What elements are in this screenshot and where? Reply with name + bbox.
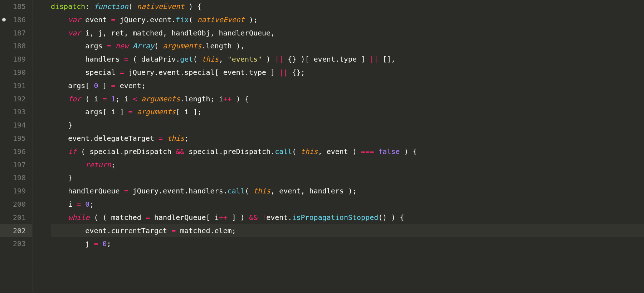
line-number[interactable]: 201	[0, 211, 32, 224]
token-p: ] )	[228, 213, 249, 222]
token-num: 0	[103, 239, 107, 248]
code-line[interactable]: }	[51, 119, 644, 132]
code-line[interactable]: event.currentTarget = matched.elem;	[51, 224, 644, 237]
token-kw2: =	[77, 200, 81, 208]
line-number[interactable]: 188	[0, 39, 32, 53]
token-p: ;	[184, 134, 189, 143]
token-p: ]	[98, 81, 111, 90]
token-kw2: ||	[279, 68, 288, 77]
code-line[interactable]: j = 0;	[51, 237, 644, 250]
token-p: (	[245, 187, 253, 195]
line-number[interactable]: 186	[0, 13, 32, 27]
token-kw2: ||	[275, 55, 283, 63]
line-number[interactable]: 202	[0, 224, 32, 237]
token-p: [ i ];	[176, 107, 201, 116]
line-number[interactable]: 196	[0, 145, 32, 158]
line-number[interactable]: 194	[0, 119, 32, 132]
code-line[interactable]: args = new Array( arguments.length ),	[51, 39, 644, 53]
code-line[interactable]: for ( i = 1; i < arguments.length; i++ )…	[51, 92, 644, 106]
token-p	[163, 134, 167, 143]
code-line[interactable]: handlerQueue = jQuery.event.handlers.cal…	[51, 184, 644, 198]
code-line[interactable]: }	[51, 171, 644, 184]
line-number[interactable]: 192	[0, 92, 32, 106]
code-line[interactable]: args[ i ] = arguments[ i ];	[51, 105, 644, 119]
line-number[interactable]: 203	[0, 237, 32, 250]
line-number[interactable]: 190	[0, 66, 32, 79]
code-editor[interactable]: 1851861871881891901911921931941951961971…	[0, 0, 644, 293]
token-param: this	[253, 187, 270, 195]
code-area[interactable]: dispatch: function( nativeEvent ) { var …	[40, 0, 644, 293]
token-kw2: =	[128, 107, 133, 116]
line-number[interactable]: 193	[0, 105, 32, 119]
code-line[interactable]: var event = jQuery.event.fix( nativeEven…	[51, 13, 644, 27]
token-str: "events"	[228, 55, 262, 63]
token-p: ) {	[400, 147, 417, 156]
code-line[interactable]: while ( ( matched = handlerQueue[ i++ ] …	[51, 211, 644, 224]
code-line[interactable]: var i, j, ret, matched, handleObj, handl…	[51, 27, 644, 40]
token-p: jQuery.event.handlers.	[128, 187, 228, 195]
token-p	[133, 107, 137, 116]
token-p: ;	[111, 160, 116, 169]
code-line[interactable]: return;	[51, 158, 644, 172]
line-number[interactable]: 187	[0, 27, 32, 40]
token-num: 0	[94, 81, 98, 90]
token-p: ( i	[81, 95, 102, 103]
token-param: this	[167, 134, 184, 143]
token-p: jQuery.event.special[ event.type ]	[124, 68, 279, 77]
line-number[interactable]: 195	[0, 132, 32, 145]
token-p: ( dataPriv.	[128, 55, 180, 63]
token-p	[137, 95, 141, 103]
line-number[interactable]: 185	[0, 0, 32, 13]
token-p: )	[262, 55, 275, 63]
line-number[interactable]: 189	[0, 53, 32, 66]
token-p: ,	[219, 55, 228, 63]
token-p: );	[245, 15, 258, 24]
token-param: this	[201, 55, 219, 63]
line-number[interactable]: 199	[0, 184, 32, 198]
token-type: Array	[133, 42, 154, 50]
code-line[interactable]: handlers = ( dataPriv.get( this, "events…	[51, 53, 644, 66]
token-p: :	[85, 2, 94, 11]
token-p: ) {	[232, 95, 249, 103]
token-p: handlers	[85, 55, 124, 63]
token-p: , event )	[318, 147, 361, 156]
line-number[interactable]: 197	[0, 158, 32, 172]
code-line[interactable]: args[ 0 ] = event;	[51, 79, 644, 92]
code-line[interactable]: dispatch: function( nativeEvent ) {	[51, 0, 644, 13]
token-p: (	[292, 147, 301, 156]
token-method: call	[275, 147, 292, 156]
token-kw2: =	[111, 15, 116, 24]
token-num: 1	[111, 95, 116, 103]
token-p: args[ i ]	[85, 107, 128, 116]
token-kw: for	[68, 95, 81, 103]
code-line[interactable]: i = 0;	[51, 198, 644, 211]
token-kw2: =	[146, 213, 150, 222]
token-p: }	[68, 173, 72, 182]
token-p	[81, 200, 85, 208]
line-number[interactable]: 198	[0, 171, 32, 184]
token-param: arguments	[141, 95, 180, 103]
token-p: handlerQueue	[68, 187, 124, 195]
token-kw2: !	[262, 213, 266, 222]
token-kw2: ===	[361, 147, 374, 156]
token-p: ( ( matched	[89, 213, 146, 222]
token-p: i, j, ret, matched, handleObj, handlerQu…	[81, 29, 275, 37]
token-kw2: ||	[370, 55, 378, 63]
line-number[interactable]: 200	[0, 198, 32, 211]
token-kw: var	[68, 29, 81, 37]
token-p: matched.elem;	[176, 226, 236, 235]
token-kw: new	[116, 42, 128, 50]
code-line[interactable]: special = jQuery.event.special[ event.ty…	[51, 66, 644, 79]
line-number-gutter[interactable]: 1851861871881891901911921931941951961971…	[0, 0, 32, 293]
line-number[interactable]: 191	[0, 79, 32, 92]
token-kw2: =	[171, 226, 176, 235]
token-p: args	[85, 42, 107, 50]
token-p	[98, 239, 102, 248]
token-param: nativeEvent	[137, 2, 184, 11]
token-p: event.delegateTarget	[68, 134, 158, 143]
token-p	[107, 95, 111, 103]
code-line[interactable]: if ( special.preDispatch && special.preD…	[51, 145, 644, 158]
code-line[interactable]: event.delegateTarget = this;	[51, 132, 644, 145]
token-p: (	[128, 2, 137, 11]
token-p: ;	[107, 239, 111, 248]
